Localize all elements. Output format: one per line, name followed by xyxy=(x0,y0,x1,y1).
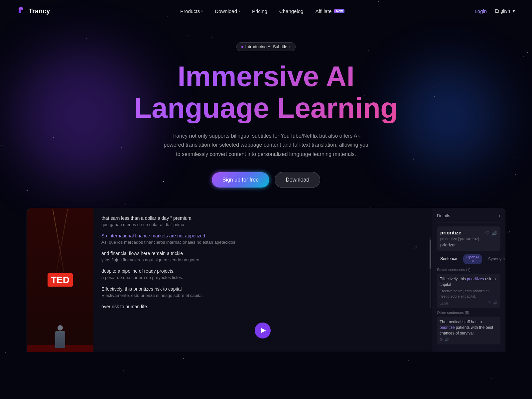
nav-right: Login English ▼ xyxy=(475,8,516,14)
tab-openai[interactable]: OpenAI ✕ xyxy=(463,254,482,264)
ted-background: TED xyxy=(27,208,93,352)
affiliate-new-badge: New xyxy=(334,9,344,13)
nav-products-arrow: ▾ xyxy=(201,9,203,13)
badge-arrow: › xyxy=(289,44,291,49)
navbar: Trancy Products ▾ Download ▾ Pricing Cha… xyxy=(0,0,532,22)
language-arrow: ▼ xyxy=(511,8,516,14)
logo-text: Trancy xyxy=(29,7,50,15)
nav-center: Products ▾ Download ▾ Pricing Changelog … xyxy=(180,8,344,14)
nav-affiliate-label: Affiliate xyxy=(315,8,332,14)
details-back-icon[interactable]: ‹ xyxy=(499,213,500,219)
nav-item-products[interactable]: Products ▾ xyxy=(180,8,203,14)
subtitle-en: Effectively, this prioritizes risk to ca… xyxy=(101,286,424,293)
word-phonetic: pri·or·i·tize [ˈpraɪərɪtaɪz] xyxy=(440,237,497,241)
introducing-badge[interactable]: Introducing AI Subtitle › xyxy=(236,42,296,51)
saved-audio-icon[interactable]: 🔊 xyxy=(493,301,498,305)
login-button[interactable]: Login xyxy=(475,8,487,14)
saved-bookmark-icon[interactable]: ♡ xyxy=(488,301,491,305)
subtitles-panel: that earn less than a dollar a day " pre… xyxy=(93,208,432,352)
signup-button[interactable]: Sign up for free xyxy=(212,172,269,188)
bookmark-icon[interactable]: ♡ xyxy=(485,230,489,236)
scroll-bar xyxy=(430,237,431,309)
other-sentences-title: Other sentences (5) xyxy=(437,311,500,315)
details-panel: Details ‹ prioritize ♡ 🔊 pri·or·i·tize [… xyxy=(432,208,505,352)
other-highlight-word: prioritize xyxy=(440,325,455,330)
nav-item-pricing[interactable]: Pricing xyxy=(252,8,267,14)
details-header: Details ‹ xyxy=(437,213,500,222)
hero-description: Trancy not only supports bilingual subti… xyxy=(163,131,369,159)
nav-item-affiliate[interactable]: Affiliate New xyxy=(315,8,344,14)
ted-logo: TED xyxy=(48,273,73,287)
word-card: prioritize ♡ 🔊 pri·or·i·tize [ˈpraɪərɪta… xyxy=(437,226,500,251)
demo-container: TED that earn less than a dollar a day "… xyxy=(27,208,505,352)
subtitle-line: that earn less than a dollar a day " pre… xyxy=(101,215,424,228)
hero-title-line2: Language Learning xyxy=(7,92,525,124)
subtitle-line: So international finance markets are not… xyxy=(101,232,424,245)
video-thumbnail: TED xyxy=(27,208,93,352)
saved-title: Saved sentences (1) xyxy=(437,268,500,272)
badge-text: Introducing AI Subtitle xyxy=(245,44,287,49)
scroll-thumb xyxy=(430,240,431,269)
logo-icon xyxy=(16,6,26,16)
subtitle-en: that earn less than a dollar a day " pre… xyxy=(101,215,424,222)
subtitle-en[interactable]: So international finance markets are not… xyxy=(101,232,424,239)
subtitle-line: over risk to human life. xyxy=(101,303,424,310)
saved-sentence-card: Effectively, this prioritizes risk to ca… xyxy=(437,274,500,308)
subtitle-en: despite a pipeline of ready projects. xyxy=(101,268,424,275)
tab-sentence[interactable]: Sentence xyxy=(437,254,461,264)
details-title: Details xyxy=(437,213,450,218)
subtitle-es: que ganan menos de un dólar al día" prim… xyxy=(101,222,424,228)
nav-download-label: Download xyxy=(215,8,237,14)
nav-item-changelog[interactable]: Changelog xyxy=(279,8,304,14)
tabs-row: Sentence OpenAI ✕ Synonym xyxy=(437,254,500,264)
nav-pricing-label: Pricing xyxy=(252,8,267,14)
highlight-word: prioritizes xyxy=(467,277,484,281)
saved-sentence-en: Effectively, this prioritizes risk to ca… xyxy=(440,276,498,288)
subtitle-line: and financial flows here remain a trickl… xyxy=(101,250,424,263)
subtitle-es: Así que los mercados financieros interna… xyxy=(101,239,424,245)
other-sentence-card: The medical staff has to prioritize pati… xyxy=(437,317,500,344)
tab-synonym[interactable]: Synonym xyxy=(485,254,505,264)
download-button[interactable]: Download xyxy=(275,172,320,188)
word-main: prioritize xyxy=(440,230,461,235)
subtitle-lines: that earn less than a dollar a day " pre… xyxy=(101,215,424,310)
subtitle-es: a pesar de una cartera de proyectos list… xyxy=(101,275,424,281)
subtitle-bookmark-icon[interactable]: ♡ xyxy=(413,245,417,250)
hero-buttons: Sign up for free Download xyxy=(7,172,525,188)
audio-icon[interactable]: 🔊 xyxy=(491,230,497,236)
hero-title-line1: Immersive AI xyxy=(7,61,525,92)
subtitle-es: Efectivamente, esto prioriza el riesgo s… xyxy=(101,293,424,299)
subtitle-line: despite a pipeline of ready projects.a p… xyxy=(101,268,424,281)
other-audio-icon[interactable]: 🔊 xyxy=(445,337,449,342)
nav-products-label: Products xyxy=(180,8,200,14)
badge-dot xyxy=(241,46,243,48)
subtitle-en: over risk to human life. xyxy=(101,303,424,310)
language-selector[interactable]: English ▼ xyxy=(495,8,516,14)
subtitle-line: Effectively, this prioritizes risk to ca… xyxy=(101,286,424,299)
other-sentence-en: The medical staff has to prioritize pati… xyxy=(440,319,498,336)
subtitle-es: y los flujos financieros aquí siguen sie… xyxy=(101,257,424,263)
hero-title: Immersive AI Language Learning xyxy=(7,61,525,123)
other-translate-icon[interactable]: ⟳ xyxy=(440,337,443,342)
word-translation: priorizar xyxy=(440,242,497,247)
nav-changelog-label: Changelog xyxy=(279,8,304,14)
logo[interactable]: Trancy xyxy=(16,6,50,16)
demo-section: TED that earn less than a dollar a day "… xyxy=(0,201,532,352)
nav-item-download[interactable]: Download ▾ xyxy=(215,8,240,14)
saved-sentence-es: Efectivamente, esto prioriza el riesgo s… xyxy=(440,289,498,299)
nav-download-arrow: ▾ xyxy=(238,9,240,13)
saved-time: 02:56 xyxy=(440,302,448,305)
play-button[interactable] xyxy=(255,323,271,338)
language-label: English xyxy=(495,8,510,14)
subtitle-en: and financial flows here remain a trickl… xyxy=(101,250,424,257)
hero-section: Introducing AI Subtitle › Immersive AI L… xyxy=(0,22,532,201)
